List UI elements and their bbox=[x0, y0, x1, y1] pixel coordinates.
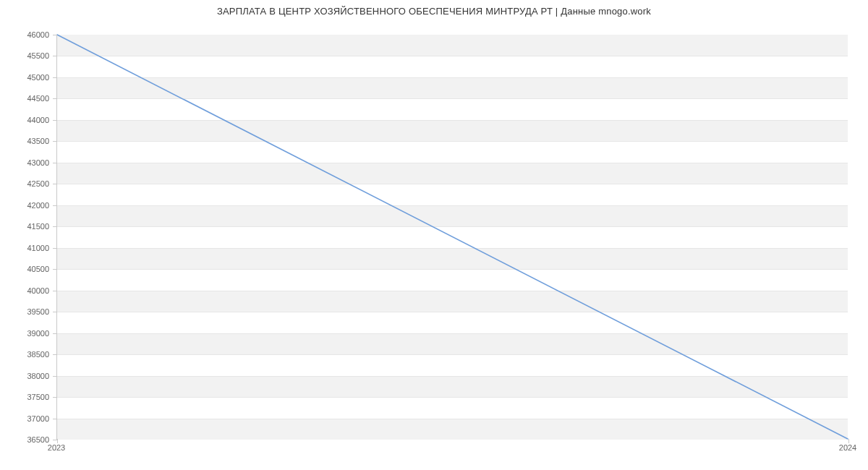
y-axis-label: 42000 bbox=[6, 201, 49, 210]
x-axis-label: 2023 bbox=[48, 443, 65, 452]
y-axis-label: 46000 bbox=[6, 30, 49, 39]
y-tick bbox=[53, 312, 57, 312]
y-tick bbox=[53, 35, 57, 35]
y-axis-label: 41500 bbox=[6, 222, 49, 231]
y-axis-label: 38500 bbox=[6, 350, 49, 359]
y-tick bbox=[53, 226, 57, 227]
x-axis-label: 2024 bbox=[839, 443, 856, 452]
y-tick bbox=[53, 354, 57, 355]
y-tick bbox=[53, 120, 57, 121]
y-axis-label: 44500 bbox=[6, 94, 49, 103]
y-axis-label: 37500 bbox=[6, 393, 49, 401]
y-tick bbox=[53, 56, 57, 56]
y-tick bbox=[53, 77, 57, 78]
y-tick bbox=[53, 248, 57, 249]
y-tick bbox=[53, 205, 57, 206]
y-axis-label: 39500 bbox=[6, 307, 49, 316]
y-axis-label: 36500 bbox=[6, 435, 49, 444]
chart-title: ЗАРПЛАТА В ЦЕНТР ХОЗЯЙСТВЕННОГО ОБЕСПЕЧЕ… bbox=[0, 6, 868, 17]
y-tick bbox=[53, 376, 57, 377]
y-axis-label: 44000 bbox=[6, 116, 49, 124]
y-tick bbox=[53, 397, 57, 398]
y-axis-label: 42500 bbox=[6, 179, 49, 188]
y-axis-label: 40500 bbox=[6, 265, 49, 273]
y-tick bbox=[53, 98, 57, 99]
y-axis-label: 40000 bbox=[6, 286, 49, 295]
series-line bbox=[57, 35, 848, 439]
y-axis-label: 41000 bbox=[6, 244, 49, 252]
y-tick bbox=[53, 184, 57, 184]
y-tick bbox=[53, 419, 57, 419]
y-tick bbox=[53, 141, 57, 142]
y-axis-label: 38000 bbox=[6, 372, 49, 380]
y-axis-label: 45500 bbox=[6, 51, 49, 60]
y-axis-label: 43000 bbox=[6, 158, 49, 167]
y-tick bbox=[53, 291, 57, 291]
plot-area bbox=[56, 35, 848, 440]
y-axis-label: 45000 bbox=[6, 73, 49, 82]
chart-container: ЗАРПЛАТА В ЦЕНТР ХОЗЯЙСТВЕННОГО ОБЕСПЕЧЕ… bbox=[0, 0, 868, 470]
y-axis-label: 43500 bbox=[6, 137, 49, 145]
y-axis-label: 37000 bbox=[6, 414, 49, 423]
y-tick bbox=[53, 269, 57, 270]
y-tick bbox=[53, 333, 57, 334]
y-axis-label: 39000 bbox=[6, 329, 49, 338]
y-tick bbox=[53, 163, 57, 163]
